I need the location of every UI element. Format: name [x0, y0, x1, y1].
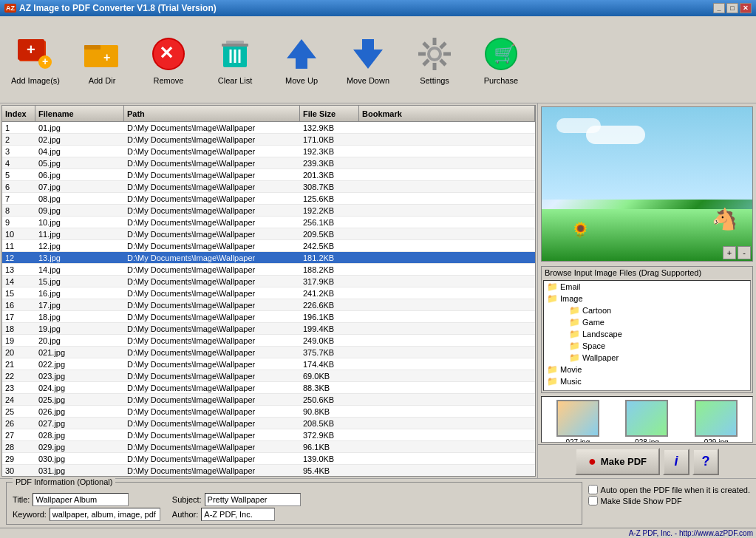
table-row[interactable]: 3 04.jpg D:\My Documents\Image\Wallpaper…: [2, 146, 535, 157]
tree-item[interactable]: 📁Landscape: [544, 328, 750, 340]
table-row[interactable]: 25 026.jpg D:\My Documents\Image\Wallpap…: [2, 406, 535, 418]
keyword-input[interactable]: [50, 508, 160, 521]
table-row[interactable]: 28 029.jpg D:\My Documents\Image\Wallpap…: [2, 441, 535, 453]
table-row[interactable]: 30 031.jpg D:\My Documents\Image\Wallpap…: [2, 465, 535, 476]
thumbnail-item[interactable]: 028.jpg: [614, 400, 681, 443]
cell-filename: 13.jpg: [35, 252, 124, 263]
minimize-button[interactable]: _: [713, 3, 725, 13]
browse-tree[interactable]: 📁Email📁Image📁Cartoon📁Game📁Landscape📁Spac…: [543, 280, 751, 391]
remove-label: Remove: [154, 76, 184, 85]
table-row[interactable]: 20 021.jpg D:\My Documents\Image\Wallpap…: [2, 347, 535, 358]
thumbnail-image: [556, 400, 599, 437]
cell-path: D:\My Documents\Image\Wallpaper: [124, 276, 300, 287]
table-row[interactable]: 14 15.jpg D:\My Documents\Image\Wallpape…: [2, 276, 535, 287]
table-row[interactable]: 23 024.jpg D:\My Documents\Image\Wallpap…: [2, 382, 535, 394]
table-row[interactable]: 12 13.jpg D:\My Documents\Image\Wallpape…: [2, 252, 535, 264]
main-window: + + Add Image(s) + Add Dir: [0, 16, 756, 538]
table-row[interactable]: 11 12.jpg D:\My Documents\Image\Wallpape…: [2, 240, 535, 252]
table-row[interactable]: 17 18.jpg D:\My Documents\Image\Wallpape…: [2, 311, 535, 323]
cell-bookmark: [359, 429, 535, 440]
clear-list-button[interactable]: Clear List: [205, 35, 265, 85]
subject-input[interactable]: [205, 493, 301, 506]
cell-path: D:\My Documents\Image\Wallpaper: [124, 287, 300, 299]
settings-button[interactable]: Settings: [405, 35, 464, 85]
table-row[interactable]: 5 06.jpg D:\My Documents\Image\Wallpaper…: [2, 169, 535, 181]
close-button[interactable]: ✕: [740, 3, 752, 13]
cell-bookmark: [359, 382, 535, 393]
make-pdf-button[interactable]: ● Make PDF: [575, 448, 660, 475]
table-row[interactable]: 29 030.jpg D:\My Documents\Image\Wallpap…: [2, 453, 535, 465]
thumbnail-item[interactable]: 029.jpg: [683, 400, 749, 443]
tree-item[interactable]: 📁Space: [544, 340, 750, 352]
folder-icon: 📁: [547, 364, 558, 375]
table-row[interactable]: 26 027.jpg D:\My Documents\Image\Wallpap…: [2, 418, 535, 429]
title-bar-left: AZ AZ Image to PDF Converter V1.8 (Trial…: [4, 3, 217, 13]
tree-item-label: Wallpaper: [582, 353, 619, 362]
cell-filename: 10.jpg: [35, 217, 124, 228]
cell-bookmark: [359, 205, 535, 216]
tree-item[interactable]: 📁Email: [544, 281, 750, 293]
info-button[interactable]: i: [663, 449, 689, 475]
table-row[interactable]: 7 08.jpg D:\My Documents\Image\Wallpaper…: [2, 193, 535, 205]
tree-item[interactable]: 📁Music: [544, 375, 750, 387]
table-row[interactable]: 16 17.jpg D:\My Documents\Image\Wallpape…: [2, 299, 535, 311]
tree-item[interactable]: 📁Cartoon: [544, 304, 750, 316]
col-header-filename[interactable]: Filename: [35, 106, 124, 121]
tree-item[interactable]: 📁Movie: [544, 364, 750, 375]
folder-icon: 📁: [569, 329, 580, 339]
svg-rect-11: [226, 41, 244, 44]
add-dir-button[interactable]: + Add Dir: [72, 35, 132, 85]
auto-open-checkbox[interactable]: [588, 485, 598, 494]
slide-show-checkbox[interactable]: [588, 496, 598, 505]
move-down-button[interactable]: Move Down: [338, 35, 398, 85]
table-row[interactable]: 19 20.jpg D:\My Documents\Image\Wallpape…: [2, 335, 535, 347]
table-row[interactable]: 1 01.jpg D:\My Documents\Image\Wallpaper…: [2, 122, 535, 134]
remove-icon: ✕: [149, 35, 188, 73]
remove-button[interactable]: ✕ Remove: [139, 35, 198, 85]
table-row[interactable]: 9 10.jpg D:\My Documents\Image\Wallpaper…: [2, 217, 535, 228]
tree-item[interactable]: 📁Wallpaper: [544, 352, 750, 364]
table-row[interactable]: 13 14.jpg D:\My Documents\Image\Wallpape…: [2, 264, 535, 276]
maximize-button[interactable]: □: [726, 3, 738, 13]
tree-item[interactable]: 📁Game: [544, 316, 750, 328]
table-row[interactable]: 10 11.jpg D:\My Documents\Image\Wallpape…: [2, 228, 535, 240]
table-row[interactable]: 15 16.jpg D:\My Documents\Image\Wallpape…: [2, 287, 535, 299]
help-button[interactable]: ?: [692, 449, 719, 475]
folder-icon: 📁: [569, 353, 580, 363]
cell-filesize: 241.2KB: [300, 287, 359, 299]
cell-path: D:\My Documents\Image\Wallpaper: [124, 169, 300, 180]
thumbnail-item[interactable]: 027.jpg: [545, 400, 611, 443]
table-row[interactable]: 8 09.jpg D:\My Documents\Image\Wallpaper…: [2, 205, 535, 217]
table-row[interactable]: 21 022.jpg D:\My Documents\Image\Wallpap…: [2, 358, 535, 370]
thumbnails-area[interactable]: 027.jpg 028.jpg 029.jpg 03.jpg 030.jpg 0…: [541, 396, 753, 443]
table-row[interactable]: 27 028.jpg D:\My Documents\Image\Wallpap…: [2, 429, 535, 441]
cell-path: D:\My Documents\Image\Wallpaper: [124, 157, 300, 168]
zoom-in-button[interactable]: +: [723, 246, 736, 259]
cell-filename: 17.jpg: [35, 299, 124, 310]
table-row[interactable]: 18 19.jpg D:\My Documents\Image\Wallpape…: [2, 323, 535, 335]
col-header-index[interactable]: Index: [2, 106, 35, 121]
cell-bookmark: [359, 394, 535, 405]
cell-filesize: 181.2KB: [300, 252, 359, 263]
col-header-filesize[interactable]: File Size: [300, 106, 359, 121]
purchase-button[interactable]: 🛒 Purchase: [471, 35, 531, 85]
file-table-body[interactable]: 1 01.jpg D:\My Documents\Image\Wallpaper…: [2, 122, 535, 476]
title-input[interactable]: [33, 493, 129, 506]
cell-path: D:\My Documents\Image\Wallpaper: [124, 441, 300, 452]
table-row[interactable]: 22 023.jpg D:\My Documents\Image\Wallpap…: [2, 370, 535, 382]
table-row[interactable]: 2 02.jpg D:\My Documents\Image\Wallpaper…: [2, 134, 535, 146]
tree-item-label: Game: [582, 318, 605, 327]
table-row[interactable]: 24 025.jpg D:\My Documents\Image\Wallpap…: [2, 394, 535, 406]
author-input[interactable]: [201, 508, 275, 521]
move-up-button[interactable]: Move Up: [272, 35, 331, 85]
cell-filename: 14.jpg: [35, 264, 124, 275]
col-header-path[interactable]: Path: [124, 106, 300, 121]
col-header-bookmark[interactable]: Bookmark: [359, 106, 535, 121]
add-images-button[interactable]: + + Add Image(s): [6, 35, 65, 85]
folder-icon: 📁: [569, 305, 580, 316]
table-row[interactable]: 6 07.jpg D:\My Documents\Image\Wallpaper…: [2, 181, 535, 193]
cell-bookmark: [359, 287, 535, 299]
table-row[interactable]: 4 05.jpg D:\My Documents\Image\Wallpaper…: [2, 157, 535, 169]
zoom-out-button[interactable]: -: [738, 246, 751, 259]
tree-item[interactable]: 📁Image: [544, 293, 750, 304]
